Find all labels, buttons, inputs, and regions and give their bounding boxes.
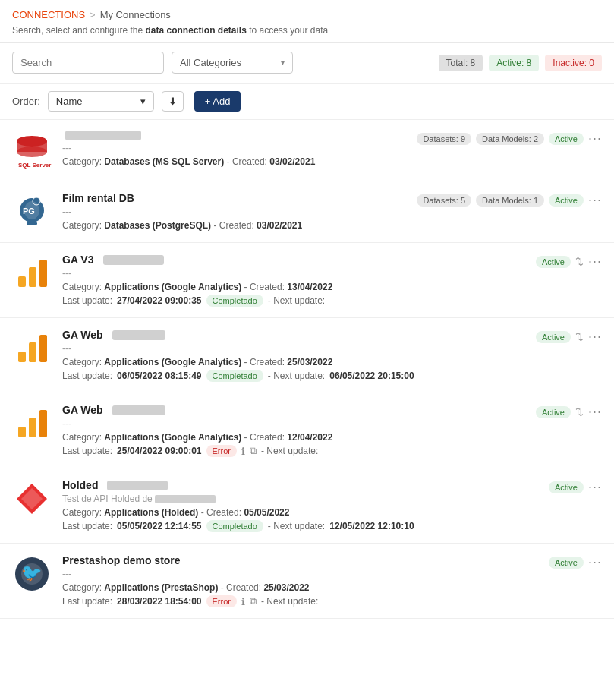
more-options-icon[interactable]: ··· bbox=[588, 554, 602, 570]
svg-text:PG: PG bbox=[23, 207, 35, 216]
conn-header: GA V3 bbox=[62, 254, 525, 266]
conn-body: Film rental DB --- Category: Databases (… bbox=[62, 192, 406, 231]
svg-rect-18 bbox=[39, 410, 47, 437]
stat-total: Total: 8 bbox=[439, 55, 483, 71]
google-analytics-icon bbox=[14, 405, 50, 442]
conn-header bbox=[62, 131, 406, 140]
subtitle-bold: data connection details bbox=[145, 25, 246, 36]
update-status-badge: Error bbox=[206, 595, 237, 607]
connection-card: 🐦 Prestashop demo store --- Category: Ap… bbox=[0, 544, 614, 619]
connection-card: PG Film rental DB --- Category: Database… bbox=[0, 181, 614, 243]
order-select[interactable]: Name ▾ bbox=[48, 91, 154, 112]
header-subtitle: Search, select and configure the data co… bbox=[12, 25, 602, 36]
copy-icon[interactable]: ⧉ bbox=[250, 445, 257, 457]
conn-header: GA Web bbox=[62, 329, 525, 341]
svg-rect-15 bbox=[39, 335, 47, 362]
conn-name: Film rental DB bbox=[62, 192, 134, 204]
category-select[interactable]: All Categories ▾ bbox=[172, 52, 293, 74]
conn-body: GA Web --- Category: Applications (Googl… bbox=[62, 329, 525, 382]
conn-badges: Active ··· bbox=[549, 554, 602, 570]
sync-icon[interactable]: ⇅ bbox=[575, 331, 584, 342]
conn-update: Last update: 27/04/2022 09:00:35 Complet… bbox=[62, 295, 525, 307]
conn-badges: Active ⇅ ··· bbox=[536, 329, 602, 345]
conn-right: Active ··· bbox=[549, 479, 602, 495]
conn-name: GA V3 bbox=[62, 254, 94, 266]
conn-right: Active ⇅ ··· bbox=[536, 329, 602, 345]
connection-icon-holded bbox=[12, 479, 52, 519]
conn-desc: --- bbox=[62, 268, 525, 279]
update-status-badge: Completado bbox=[206, 295, 263, 307]
more-options-icon[interactable]: ··· bbox=[588, 254, 602, 270]
update-status-badge: Completado bbox=[206, 520, 263, 532]
svg-rect-14 bbox=[29, 342, 36, 362]
more-options-icon[interactable]: ··· bbox=[588, 329, 602, 345]
breadcrumb-connections[interactable]: CONNECTIONS bbox=[12, 9, 85, 20]
svg-rect-17 bbox=[29, 418, 36, 437]
header: CONNECTIONS > My Connections Search, sel… bbox=[0, 0, 614, 43]
toolbar: All Categories ▾ Total: 8 Active: 8 Inac… bbox=[0, 43, 614, 84]
datasets-badge: Datasets: 9 bbox=[417, 133, 471, 145]
conn-header: Holded bbox=[62, 479, 538, 491]
connections-list: SQL Server --- Category: Databases (MS S… bbox=[0, 120, 614, 619]
conn-meta: Category: Databases (PostgreSQL) - Creat… bbox=[62, 220, 406, 231]
conn-badges: Active ··· bbox=[549, 479, 602, 495]
conn-desc: --- bbox=[62, 569, 538, 579]
conn-name-blurred bbox=[103, 255, 164, 265]
update-status-badge: Error bbox=[206, 445, 237, 457]
svg-rect-16 bbox=[18, 427, 26, 437]
status-badge: Active bbox=[549, 481, 584, 493]
prestashop-icon: 🐦 bbox=[14, 556, 50, 592]
order-bar: Order: Name ▾ ⬇ + Add bbox=[0, 84, 614, 120]
svg-text:SQL Server: SQL Server bbox=[18, 162, 51, 169]
conn-right: Datasets: 5 Data Models: 1 Active ··· bbox=[417, 192, 602, 208]
datamodels-badge: Data Models: 1 bbox=[476, 194, 544, 207]
connection-card: SQL Server --- Category: Databases (MS S… bbox=[0, 120, 614, 181]
more-options-icon[interactable]: ··· bbox=[588, 479, 602, 495]
copy-icon[interactable]: ⧉ bbox=[250, 595, 257, 607]
svg-rect-9 bbox=[27, 222, 37, 225]
more-options-icon[interactable]: ··· bbox=[588, 192, 602, 208]
conn-body: GA V3 --- Category: Applications (Google… bbox=[62, 254, 525, 307]
conn-meta: Category: Databases (MS SQL Server) - Cr… bbox=[62, 156, 406, 167]
breadcrumb-separator: > bbox=[90, 9, 96, 20]
search-input[interactable] bbox=[12, 52, 164, 74]
sort-direction-button[interactable]: ⬇ bbox=[162, 91, 184, 112]
info-icon[interactable]: ℹ bbox=[241, 446, 245, 457]
conn-update: Last update: 06/05/2022 08:15:49 Complet… bbox=[62, 370, 525, 382]
conn-name-blurred bbox=[107, 481, 168, 490]
conn-desc: Test de API Holded de bbox=[62, 493, 538, 504]
conn-body: GA Web --- Category: Applications (Googl… bbox=[62, 404, 525, 457]
conn-body: Holded Test de API Holded de Category: A… bbox=[62, 479, 538, 532]
connection-icon-ga bbox=[12, 254, 52, 293]
order-label: Order: bbox=[12, 96, 40, 107]
category-select-text: All Categories bbox=[180, 57, 241, 68]
conn-badges: Datasets: 5 Data Models: 1 Active ··· bbox=[417, 192, 602, 208]
conn-meta: Category: Applications (PrestaShop) - Cr… bbox=[62, 582, 538, 593]
conn-update: Last update: 25/04/2022 09:00:01 Error ℹ… bbox=[62, 445, 525, 457]
conn-meta: Category: Applications (Google Analytics… bbox=[62, 282, 525, 292]
status-badge: Active bbox=[536, 406, 571, 418]
conn-body: Prestashop demo store --- Category: Appl… bbox=[62, 554, 538, 607]
add-button[interactable]: + Add bbox=[194, 91, 241, 112]
status-badge: Active bbox=[536, 256, 571, 268]
google-analytics-icon bbox=[14, 255, 50, 292]
connection-card[interactable]: GA Web --- Category: Applications (Googl… bbox=[0, 318, 614, 393]
connection-icon-prestashop: 🐦 bbox=[12, 554, 52, 594]
svg-text:🐦: 🐦 bbox=[21, 563, 43, 583]
connection-card: GA Web --- Category: Applications (Googl… bbox=[0, 393, 614, 468]
datasets-badge: Datasets: 5 bbox=[417, 194, 471, 207]
holded-icon bbox=[14, 481, 50, 517]
postgresql-icon: PG bbox=[14, 194, 50, 230]
sync-icon[interactable]: ⇅ bbox=[575, 406, 584, 418]
info-icon[interactable]: ℹ bbox=[241, 596, 245, 607]
conn-name-blurred bbox=[112, 405, 165, 415]
svg-rect-12 bbox=[39, 260, 47, 287]
more-options-icon[interactable]: ··· bbox=[588, 131, 602, 147]
sync-icon[interactable]: ⇅ bbox=[575, 256, 584, 267]
order-chevron-icon: ▾ bbox=[140, 96, 146, 107]
stats: Total: 8 Active: 8 Inactive: 0 bbox=[439, 55, 602, 71]
update-status-badge: Completado bbox=[206, 370, 263, 382]
connection-icon-sqlserver: SQL Server bbox=[12, 131, 52, 170]
conn-desc: --- bbox=[62, 418, 525, 429]
more-options-icon[interactable]: ··· bbox=[588, 404, 602, 420]
